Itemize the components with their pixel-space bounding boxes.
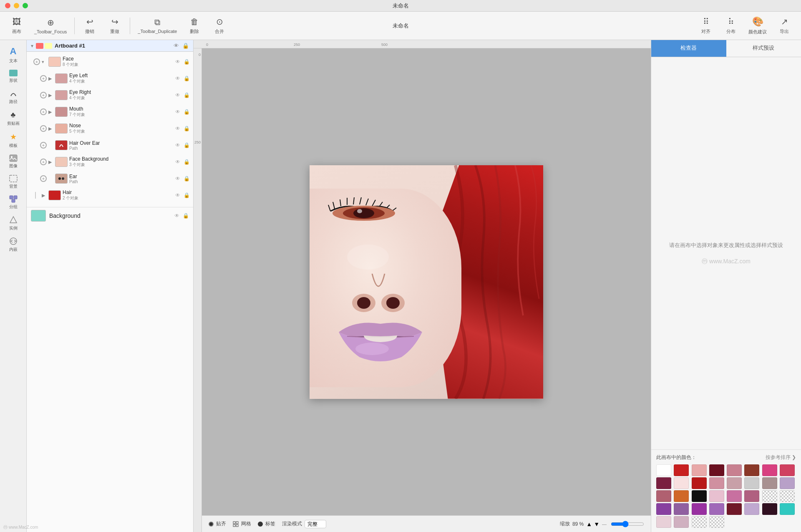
- canvas-artwork[interactable]: [310, 165, 543, 399]
- color-swatch[interactable]: [656, 477, 671, 489]
- color-swatch[interactable]: [727, 503, 742, 515]
- color-swatch[interactable]: [674, 490, 689, 502]
- artboard-visibility-icon[interactable]: 👁: [174, 43, 179, 49]
- mouth-lock-icon[interactable]: 🔒: [184, 109, 190, 115]
- zoom-up-button[interactable]: ▲: [586, 521, 592, 527]
- canvas-content[interactable]: [202, 48, 651, 515]
- color-swatch[interactable]: [744, 477, 759, 489]
- color-swatch[interactable]: [727, 464, 742, 476]
- color-swatch[interactable]: [709, 477, 724, 489]
- tool-shape[interactable]: 形状: [3, 67, 24, 86]
- hair-visibility-icon[interactable]: 👁: [175, 192, 180, 198]
- tool-group[interactable]: 分组: [3, 193, 24, 212]
- artboard-lock-icon[interactable]: 🔒: [182, 43, 189, 49]
- layer-row-hair[interactable]: ▶ Hair 2 个对象 👁 🔒: [27, 187, 193, 204]
- color-swatch[interactable]: [692, 490, 707, 502]
- grid-item[interactable]: 网格: [233, 520, 251, 527]
- mouth-visibility-icon[interactable]: 👁: [175, 109, 180, 115]
- color-swatch[interactable]: [709, 464, 724, 476]
- color-swatch[interactable]: [674, 516, 689, 528]
- canvas-area[interactable]: 0 250 500 0 250: [194, 40, 651, 532]
- background-visibility-icon[interactable]: 👁: [174, 213, 179, 219]
- toolbar-color-suggest[interactable]: 🎨 颜色建议: [744, 15, 771, 37]
- color-swatch[interactable]: [656, 490, 671, 502]
- tool-clipart[interactable]: ♣ 剪贴画: [3, 108, 24, 129]
- color-swatch[interactable]: [780, 477, 795, 489]
- color-swatch[interactable]: [656, 503, 671, 515]
- render-mode-select[interactable]: 完整 快速: [305, 520, 326, 528]
- eye-right-visibility-icon[interactable]: 👁: [175, 92, 180, 98]
- nose-lock-icon[interactable]: 🔒: [184, 126, 190, 131]
- color-swatch[interactable]: [762, 477, 777, 489]
- layer-row-mouth[interactable]: + ▶ Mouth 7 个对象 👁 🔒: [27, 103, 193, 120]
- minimize-button[interactable]: [14, 3, 19, 8]
- layer-add-eye-left[interactable]: +: [40, 75, 47, 82]
- snap-radio[interactable]: [209, 522, 214, 527]
- toolbar-canvas[interactable]: 🖼 画布: [5, 15, 28, 36]
- face-expand-icon[interactable]: ▾: [42, 59, 47, 65]
- artboard-header[interactable]: ▾ Artboard #1 👁 🔒: [27, 40, 193, 52]
- color-swatch[interactable]: [744, 490, 759, 502]
- layer-row-face[interactable]: + ▾ Face 8 个对象 👁 🔒: [27, 53, 193, 70]
- tool-embed[interactable]: 内嵌: [3, 234, 24, 255]
- hair-lock-icon[interactable]: 🔒: [184, 192, 190, 198]
- color-swatch[interactable]: [656, 464, 671, 476]
- layer-row-face-bg[interactable]: + ▶ Face Background 3 个对象 👁 🔒: [27, 154, 193, 170]
- color-swatch[interactable]: [727, 477, 742, 489]
- toolbar-duplicate[interactable]: ⧉ _Toolbar_Duplicate: [134, 16, 181, 35]
- color-swatch[interactable]: [692, 477, 707, 489]
- color-swatch[interactable]: [674, 477, 689, 489]
- mouth-expand-icon[interactable]: ▶: [48, 109, 53, 115]
- layer-row-nose[interactable]: + ▶ Nose 5 个对象 👁 🔒: [27, 120, 193, 137]
- face-bg-lock-icon[interactable]: 🔒: [184, 159, 190, 165]
- tag-item[interactable]: 标签: [258, 520, 275, 527]
- layer-add-eye-right[interactable]: +: [40, 92, 47, 98]
- color-swatch[interactable]: [692, 503, 707, 515]
- eye-right-expand-icon[interactable]: ▶: [48, 93, 53, 98]
- toolbar-focus[interactable]: ⊕ _Toolbar_Focus: [30, 16, 71, 36]
- maximize-button[interactable]: [23, 3, 28, 8]
- toolbar-align[interactable]: ⠿ 对齐: [694, 15, 718, 36]
- color-swatch[interactable]: [692, 464, 707, 476]
- color-swatch[interactable]: [709, 490, 724, 502]
- color-swatch[interactable]: [674, 464, 689, 476]
- color-swatch[interactable]: [762, 464, 777, 476]
- tab-inspector[interactable]: 检查器: [651, 40, 726, 57]
- tool-text[interactable]: A 文本: [3, 43, 24, 66]
- toolbar-merge[interactable]: ⊙ 合并: [208, 15, 231, 36]
- hair-expand-icon[interactable]: ▶: [42, 193, 47, 198]
- layer-row-eye-left[interactable]: + ▶ Eye Left 4 个对象 👁 🔒: [27, 70, 193, 87]
- hair-over-ear-lock-icon[interactable]: 🔒: [184, 142, 190, 148]
- layer-row-hair-over-ear[interactable]: + ▶ Hair Over Ear Path 👁 🔒: [27, 137, 193, 154]
- color-swatch[interactable]: [674, 503, 689, 515]
- color-swatch[interactable]: [762, 490, 777, 502]
- layer-add-ear[interactable]: +: [40, 175, 47, 182]
- layer-row-ear[interactable]: + ▶ Ear Path 👁 🔒: [27, 170, 193, 187]
- color-swatch[interactable]: [727, 490, 742, 502]
- tool-image[interactable]: 图像: [3, 152, 24, 171]
- hair-over-ear-visibility-icon[interactable]: 👁: [175, 142, 180, 148]
- color-swatch[interactable]: [744, 503, 759, 515]
- nose-visibility-icon[interactable]: 👁: [175, 126, 180, 131]
- close-button[interactable]: [5, 3, 10, 8]
- nose-expand-icon[interactable]: ▶: [48, 126, 53, 131]
- eye-left-expand-icon[interactable]: ▶: [48, 76, 53, 81]
- layer-add-hair-over-ear[interactable]: +: [40, 142, 47, 149]
- toolbar-redo[interactable]: ↪ 重做: [103, 15, 126, 36]
- color-swatch[interactable]: [709, 503, 724, 515]
- color-swatch[interactable]: [762, 503, 777, 515]
- color-swatch[interactable]: [692, 516, 707, 528]
- layer-row-background[interactable]: Background 👁 🔒: [27, 207, 193, 224]
- color-swatch[interactable]: [744, 464, 759, 476]
- toolbar-delete[interactable]: 🗑 删除: [183, 15, 206, 36]
- face-lock-icon[interactable]: 🔒: [184, 59, 190, 65]
- color-swatch[interactable]: [656, 516, 671, 528]
- color-swatch[interactable]: [780, 464, 795, 476]
- artboard-expand-icon[interactable]: ▾: [31, 43, 33, 49]
- snap-item[interactable]: 贴齐: [209, 520, 226, 527]
- eye-left-visibility-icon[interactable]: 👁: [175, 76, 180, 81]
- color-swatch[interactable]: [709, 516, 724, 528]
- tool-path[interactable]: 路径: [3, 87, 24, 107]
- face-bg-visibility-icon[interactable]: 👁: [175, 159, 180, 165]
- layer-add-face-bg[interactable]: +: [40, 159, 47, 165]
